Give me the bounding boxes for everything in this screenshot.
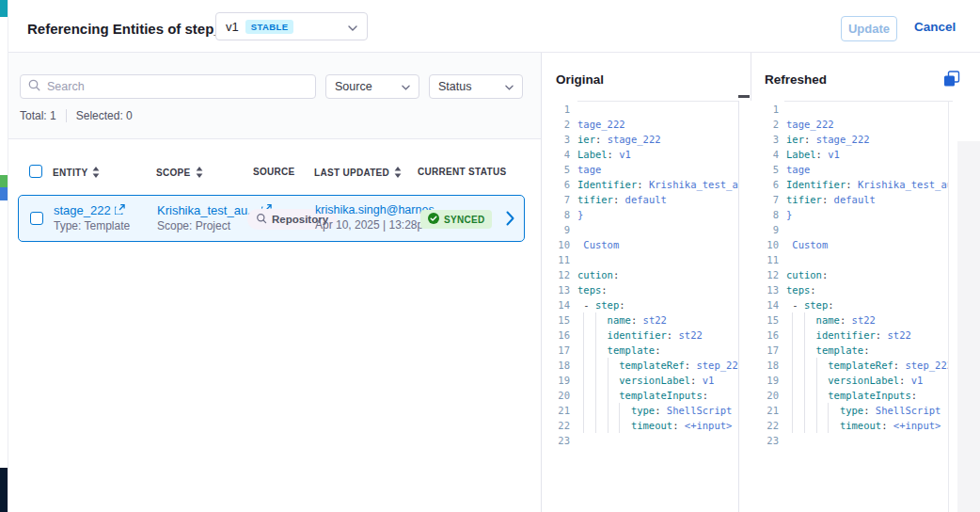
entity-cell: stage_222 Type: Template xyxy=(54,203,130,232)
code-line: 1 xyxy=(738,102,948,117)
source-filter-dropdown[interactable]: Source xyxy=(325,74,419,99)
code-line: 16 identifier: st22 xyxy=(542,328,738,343)
line-number: 2 xyxy=(738,117,779,132)
dialog-header: Referencing Entities of step_222 v1 STAB… xyxy=(8,0,980,53)
code-line: 19 versionLabel: v1 xyxy=(542,373,738,388)
table-header: ENTITY SCOPE SOURCE LAST UPDATED xyxy=(8,139,541,194)
referencing-entities-dialog: Referencing Entities of step_222 v1 STAB… xyxy=(8,0,980,512)
code-line: 23 xyxy=(738,433,948,448)
line-number: 17 xyxy=(542,343,570,358)
line-number: 18 xyxy=(542,358,570,373)
code-line: 2tage_222 xyxy=(542,117,738,132)
status-badge: SYNCED xyxy=(420,210,492,229)
line-number: 13 xyxy=(738,282,779,297)
code-line: 9 xyxy=(542,222,738,237)
refreshed-panel-title: Refreshed xyxy=(765,72,827,87)
column-last-updated: LAST UPDATED xyxy=(314,167,402,178)
code-line: 19 versionLabel: v1 xyxy=(738,373,948,388)
code-line: 12cution: xyxy=(738,267,948,282)
line-number: 19 xyxy=(542,373,570,388)
line-number: 4 xyxy=(738,147,779,162)
version-select[interactable]: v1 STABLE xyxy=(215,12,368,40)
external-link-icon[interactable] xyxy=(115,203,125,217)
background-blue-icon-sliver xyxy=(0,187,8,200)
line-number: 2 xyxy=(542,117,570,132)
code-line: 21 type: ShellScript xyxy=(542,403,738,418)
code-line: 14 - step: xyxy=(738,297,948,312)
sort-icon[interactable] xyxy=(196,167,203,178)
code-line: 3ier: stage_222 xyxy=(542,132,738,147)
line-number: 23 xyxy=(738,433,779,448)
code-line: 10 Custom xyxy=(738,237,948,252)
search-icon xyxy=(28,78,40,95)
code-line: 16 identifier: st22 xyxy=(738,328,948,343)
cancel-button[interactable]: Cancel xyxy=(914,20,956,34)
table-row[interactable]: stage_222 Type: Template Krishika_test_a… xyxy=(18,195,525,242)
code-line: 15 name: st22 xyxy=(738,312,948,328)
line-number: 19 xyxy=(738,373,779,388)
line-number: 6 xyxy=(738,177,779,192)
scrollbar-thumb[interactable] xyxy=(738,95,750,98)
update-button[interactable]: Update xyxy=(841,16,897,41)
status-badge-label: SYNCED xyxy=(444,215,484,225)
code-line: 17 template: xyxy=(738,343,948,358)
refreshed-code-editor[interactable]: 12tage_2223ier: stage_2224Label: v15tage… xyxy=(738,102,948,512)
entities-pane: Source Status Total: 1 Selected: 0 xyxy=(8,53,542,512)
line-number: 23 xyxy=(542,433,570,448)
sort-icon[interactable] xyxy=(92,167,100,178)
code-line: 4Label: v1 xyxy=(542,147,738,162)
column-current-status: CURRENT STATUS xyxy=(418,167,506,177)
line-number: 15 xyxy=(738,312,779,328)
background-navy-footer xyxy=(0,468,8,512)
filter-bar: Source Status Total: 1 Selected: 0 xyxy=(8,53,541,139)
line-number: 13 xyxy=(542,282,570,297)
select-all-checkbox[interactable] xyxy=(29,165,42,178)
line-number: 6 xyxy=(542,177,570,192)
code-line: 18 templateRef: step_222 xyxy=(738,358,948,373)
code-line: 20 templateInputs: xyxy=(738,388,948,403)
status-filter-label: Status xyxy=(438,80,471,93)
line-number: 5 xyxy=(738,162,779,177)
search-box[interactable] xyxy=(20,74,316,99)
panel-divider xyxy=(751,53,751,101)
stable-badge: STABLE xyxy=(245,20,294,34)
entity-link[interactable]: stage_222 xyxy=(54,203,130,217)
code-line: 6Identifier: Krishika_test_aut xyxy=(542,177,738,192)
line-number: 16 xyxy=(738,328,779,343)
chevron-right-icon[interactable] xyxy=(506,211,514,230)
background-green-icon-sliver xyxy=(0,175,8,187)
diff-pane: Original Refreshed 12tage_2223ier: stage… xyxy=(542,53,980,512)
line-number: 21 xyxy=(738,403,779,418)
copy-icon[interactable] xyxy=(943,71,960,88)
line-number: 11 xyxy=(738,252,779,267)
code-line: 22 timeout: <+input> xyxy=(542,418,738,433)
column-entity: ENTITY xyxy=(53,167,100,178)
code-line: 9 xyxy=(738,222,948,237)
line-number: 22 xyxy=(542,418,570,433)
code-line: 12cution: xyxy=(542,267,738,282)
column-source: SOURCE xyxy=(253,167,295,177)
line-number: 18 xyxy=(738,358,779,373)
line-number: 22 xyxy=(738,418,779,433)
code-line: 8} xyxy=(738,207,948,222)
code-line: 5tage xyxy=(738,162,948,177)
status-filter-dropdown[interactable]: Status xyxy=(429,74,523,99)
code-line: 15 name: st22 xyxy=(542,312,738,328)
row-checkbox[interactable] xyxy=(30,212,43,225)
sort-icon[interactable] xyxy=(394,167,402,178)
original-code-editor[interactable]: 12tage_2223ier: stage_2224Label: v15tage… xyxy=(542,102,738,512)
line-number: 12 xyxy=(738,267,779,282)
code-line: 8} xyxy=(542,207,738,222)
page-title: Referencing Entities of step_222 xyxy=(27,21,245,37)
background-teal-block xyxy=(0,0,8,17)
code-line: 1 xyxy=(542,102,738,117)
code-line: 20 templateInputs: xyxy=(542,388,738,403)
count-line: Total: 1 Selected: 0 xyxy=(20,109,133,122)
line-number: 7 xyxy=(542,192,570,207)
search-input[interactable] xyxy=(47,80,308,93)
line-number: 17 xyxy=(738,343,779,358)
line-number: 11 xyxy=(542,252,570,267)
code-line: 11 xyxy=(542,252,738,267)
code-line: 13teps: xyxy=(738,282,948,297)
total-count: Total: 1 xyxy=(20,109,56,122)
